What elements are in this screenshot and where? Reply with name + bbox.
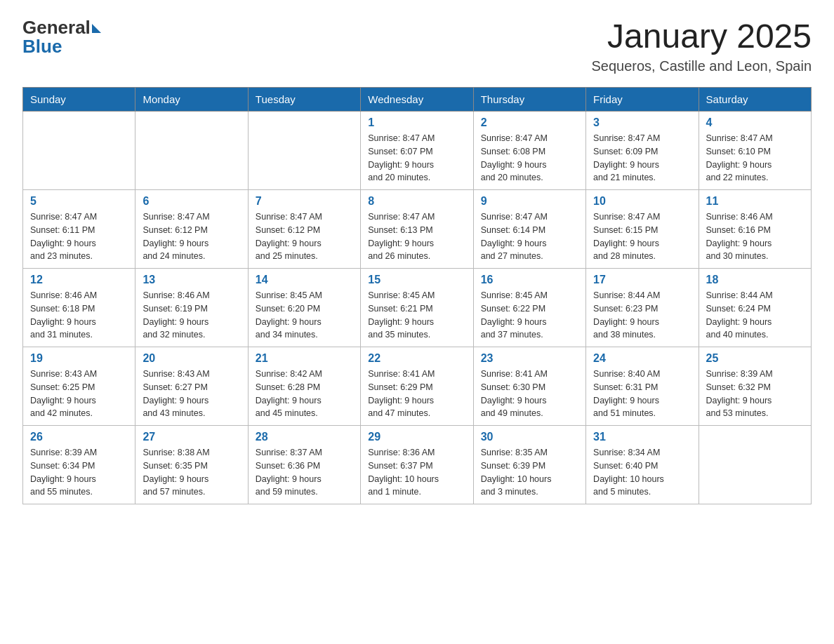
day-info: Sunrise: 8:37 AM Sunset: 6:36 PM Dayligh… — [256, 446, 353, 499]
day-info: Sunrise: 8:43 AM Sunset: 6:25 PM Dayligh… — [30, 368, 128, 420]
day-number: 6 — [143, 195, 240, 208]
day-info: Sunrise: 8:41 AM Sunset: 6:29 PM Dayligh… — [368, 368, 465, 420]
day-info: Sunrise: 8:35 AM Sunset: 6:39 PM Dayligh… — [481, 446, 578, 499]
day-info: Sunrise: 8:47 AM Sunset: 6:12 PM Dayligh… — [256, 210, 353, 263]
day-number: 4 — [706, 116, 804, 129]
day-number: 3 — [593, 116, 691, 129]
day-info: Sunrise: 8:39 AM Sunset: 6:32 PM Dayligh… — [706, 368, 804, 420]
day-info: Sunrise: 8:47 AM Sunset: 6:10 PM Dayligh… — [706, 132, 804, 185]
calendar-cell — [699, 426, 811, 504]
day-info: Sunrise: 8:44 AM Sunset: 6:24 PM Dayligh… — [706, 289, 804, 342]
day-number: 16 — [481, 274, 578, 286]
day-number: 17 — [593, 274, 691, 286]
calendar-cell: 2Sunrise: 8:47 AM Sunset: 6:08 PM Daylig… — [473, 112, 585, 190]
day-info: Sunrise: 8:47 AM Sunset: 6:14 PM Dayligh… — [481, 210, 578, 263]
day-number: 12 — [30, 274, 128, 286]
calendar-cell: 17Sunrise: 8:44 AM Sunset: 6:23 PM Dayli… — [586, 269, 699, 347]
calendar-week-row: 12Sunrise: 8:46 AM Sunset: 6:18 PM Dayli… — [23, 269, 812, 347]
day-of-week-header: Wednesday — [361, 88, 473, 112]
calendar-table: SundayMondayTuesdayWednesdayThursdayFrid… — [22, 87, 812, 504]
day-number: 5 — [30, 195, 128, 208]
calendar-cell: 11Sunrise: 8:46 AM Sunset: 6:16 PM Dayli… — [699, 190, 811, 269]
day-info: Sunrise: 8:46 AM Sunset: 6:19 PM Dayligh… — [143, 289, 240, 342]
calendar-week-row: 1Sunrise: 8:47 AM Sunset: 6:07 PM Daylig… — [23, 112, 812, 190]
calendar-cell: 10Sunrise: 8:47 AM Sunset: 6:15 PM Dayli… — [586, 190, 699, 269]
logo-arrow-icon — [92, 24, 101, 33]
day-number: 10 — [593, 195, 691, 208]
day-number: 21 — [256, 352, 353, 365]
calendar-cell: 9Sunrise: 8:47 AM Sunset: 6:14 PM Daylig… — [473, 190, 585, 269]
day-number: 24 — [593, 352, 691, 365]
day-number: 27 — [143, 431, 240, 443]
calendar-cell: 24Sunrise: 8:40 AM Sunset: 6:31 PM Dayli… — [586, 347, 699, 426]
calendar-cell: 7Sunrise: 8:47 AM Sunset: 6:12 PM Daylig… — [248, 190, 360, 269]
calendar-cell: 28Sunrise: 8:37 AM Sunset: 6:36 PM Dayli… — [248, 426, 360, 504]
page-header: General Blue January 2025 Sequeros, Cast… — [22, 17, 812, 74]
day-info: Sunrise: 8:47 AM Sunset: 6:07 PM Dayligh… — [368, 132, 465, 185]
calendar-cell: 16Sunrise: 8:45 AM Sunset: 6:22 PM Dayli… — [473, 269, 585, 347]
calendar-header-row: SundayMondayTuesdayWednesdayThursdayFrid… — [23, 88, 812, 112]
calendar-cell — [135, 112, 248, 190]
calendar-subtitle: Sequeros, Castille and Leon, Spain — [591, 58, 812, 74]
day-info: Sunrise: 8:38 AM Sunset: 6:35 PM Dayligh… — [143, 446, 240, 499]
day-number: 15 — [368, 274, 465, 286]
day-of-week-header: Monday — [135, 88, 248, 112]
calendar-week-row: 19Sunrise: 8:43 AM Sunset: 6:25 PM Dayli… — [23, 347, 812, 426]
day-number: 31 — [593, 431, 691, 443]
day-info: Sunrise: 8:45 AM Sunset: 6:20 PM Dayligh… — [256, 289, 353, 342]
calendar-cell: 8Sunrise: 8:47 AM Sunset: 6:13 PM Daylig… — [361, 190, 473, 269]
day-info: Sunrise: 8:45 AM Sunset: 6:21 PM Dayligh… — [368, 289, 465, 342]
day-of-week-header: Sunday — [23, 88, 135, 112]
calendar-title: January 2025 — [591, 17, 812, 55]
calendar-cell: 21Sunrise: 8:42 AM Sunset: 6:28 PM Dayli… — [248, 347, 360, 426]
day-info: Sunrise: 8:46 AM Sunset: 6:16 PM Dayligh… — [706, 210, 804, 263]
calendar-cell: 14Sunrise: 8:45 AM Sunset: 6:20 PM Dayli… — [248, 269, 360, 347]
day-info: Sunrise: 8:47 AM Sunset: 6:09 PM Dayligh… — [593, 132, 691, 185]
calendar-cell: 4Sunrise: 8:47 AM Sunset: 6:10 PM Daylig… — [699, 112, 811, 190]
day-of-week-header: Thursday — [473, 88, 585, 112]
day-info: Sunrise: 8:47 AM Sunset: 6:08 PM Dayligh… — [481, 132, 578, 185]
day-of-week-header: Saturday — [699, 88, 811, 112]
day-info: Sunrise: 8:34 AM Sunset: 6:40 PM Dayligh… — [593, 446, 691, 499]
day-number: 22 — [368, 352, 465, 365]
calendar-cell — [248, 112, 360, 190]
day-of-week-header: Tuesday — [248, 88, 360, 112]
day-number: 9 — [481, 195, 578, 208]
day-number: 20 — [143, 352, 240, 365]
day-number: 29 — [368, 431, 465, 443]
calendar-cell: 6Sunrise: 8:47 AM Sunset: 6:12 PM Daylig… — [135, 190, 248, 269]
day-of-week-header: Friday — [586, 88, 699, 112]
day-number: 13 — [143, 274, 240, 286]
day-info: Sunrise: 8:45 AM Sunset: 6:22 PM Dayligh… — [481, 289, 578, 342]
day-number: 25 — [706, 352, 804, 365]
calendar-cell: 27Sunrise: 8:38 AM Sunset: 6:35 PM Dayli… — [135, 426, 248, 504]
day-info: Sunrise: 8:47 AM Sunset: 6:15 PM Dayligh… — [593, 210, 691, 263]
calendar-cell: 25Sunrise: 8:39 AM Sunset: 6:32 PM Dayli… — [699, 347, 811, 426]
calendar-cell: 30Sunrise: 8:35 AM Sunset: 6:39 PM Dayli… — [473, 426, 585, 504]
calendar-cell: 13Sunrise: 8:46 AM Sunset: 6:19 PM Dayli… — [135, 269, 248, 347]
day-info: Sunrise: 8:43 AM Sunset: 6:27 PM Dayligh… — [143, 368, 240, 420]
day-number: 14 — [256, 274, 353, 286]
day-number: 23 — [481, 352, 578, 365]
calendar-cell: 20Sunrise: 8:43 AM Sunset: 6:27 PM Dayli… — [135, 347, 248, 426]
day-info: Sunrise: 8:47 AM Sunset: 6:11 PM Dayligh… — [30, 210, 128, 263]
day-info: Sunrise: 8:40 AM Sunset: 6:31 PM Dayligh… — [593, 368, 691, 420]
day-info: Sunrise: 8:39 AM Sunset: 6:34 PM Dayligh… — [30, 446, 128, 499]
calendar-cell: 26Sunrise: 8:39 AM Sunset: 6:34 PM Dayli… — [23, 426, 135, 504]
logo-blue: Blue — [22, 36, 62, 58]
calendar-cell: 1Sunrise: 8:47 AM Sunset: 6:07 PM Daylig… — [361, 112, 473, 190]
day-number: 19 — [30, 352, 128, 365]
calendar-cell: 3Sunrise: 8:47 AM Sunset: 6:09 PM Daylig… — [586, 112, 699, 190]
calendar-cell: 29Sunrise: 8:36 AM Sunset: 6:37 PM Dayli… — [361, 426, 473, 504]
day-number: 11 — [706, 195, 804, 208]
calendar-cell: 19Sunrise: 8:43 AM Sunset: 6:25 PM Dayli… — [23, 347, 135, 426]
day-info: Sunrise: 8:42 AM Sunset: 6:28 PM Dayligh… — [256, 368, 353, 420]
calendar-cell: 31Sunrise: 8:34 AM Sunset: 6:40 PM Dayli… — [586, 426, 699, 504]
day-number: 7 — [256, 195, 353, 208]
logo: General Blue — [22, 17, 101, 58]
day-info: Sunrise: 8:46 AM Sunset: 6:18 PM Dayligh… — [30, 289, 128, 342]
calendar-cell: 22Sunrise: 8:41 AM Sunset: 6:29 PM Dayli… — [361, 347, 473, 426]
day-info: Sunrise: 8:44 AM Sunset: 6:23 PM Dayligh… — [593, 289, 691, 342]
day-info: Sunrise: 8:47 AM Sunset: 6:13 PM Dayligh… — [368, 210, 465, 263]
calendar-cell: 18Sunrise: 8:44 AM Sunset: 6:24 PM Dayli… — [699, 269, 811, 347]
